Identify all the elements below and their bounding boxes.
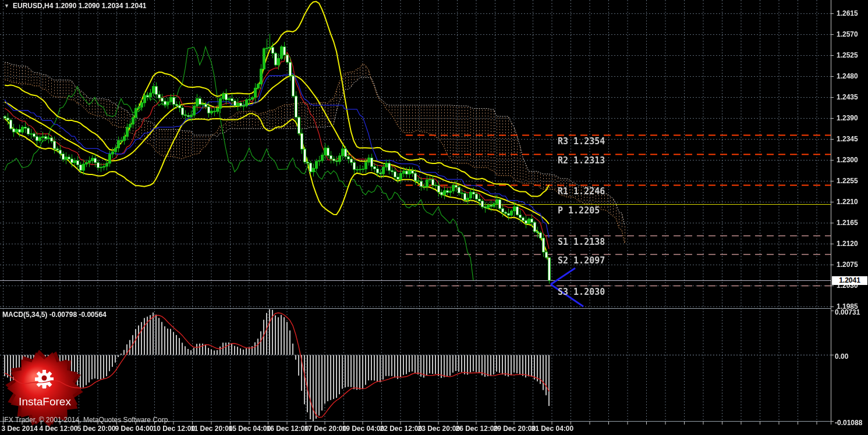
price-tick-label: 1.2390 [837,115,858,122]
pivot-label-p: P 1.2205 [558,205,600,216]
pivot-label-s1: S1 1.2138 [558,237,605,247]
price-tick-label: 1.2075 [837,261,858,269]
chart-canvas[interactable] [0,0,868,435]
price-tick-label: 1.2615 [837,10,858,17]
time-tick-label: 23 Dec 20:00 [418,425,460,433]
time-tick-label: 9 Dec 04:00 [115,425,154,433]
pivot-label-s3: S3 1.2030 [558,287,605,297]
price-tick-label: 1.2435 [837,94,858,101]
price-tick-label: 1.2300 [837,156,858,164]
price-tick-label: 1.2120 [837,240,858,248]
pivot-label-r1: R1 1.2246 [558,186,605,197]
time-tick-label: 29 Dec 20:00 [494,425,536,433]
price-tick-label: 1.2255 [837,177,858,185]
time-tick-label: 19 Dec 04:00 [342,425,385,433]
price-tick-label: 1.2570 [837,31,858,38]
macd-tick-label: -0.01088 [835,419,862,427]
time-tick-label: 31 Dec 04:00 [532,425,574,433]
macd-tick-label: 0.00731 [835,309,860,316]
macd-tick-label: 0.00 [835,353,848,361]
current-price-marker: 1.2041 [832,276,867,285]
trading-chart-window: ▼ EURUSD,H4 1.2090 1.2090 1.2034 1.2041 … [0,0,868,435]
chart-symbol-title: EURUSD,H4 1.2090 1.2090 1.2034 1.2041 [13,2,147,10]
macd-indicator-label: MACD(5,34,5) -0.00798 -0.00564 [2,311,107,319]
pivot-label-r2: R2 1.2313 [558,155,605,166]
time-tick-label: 16 Dec 12:00 [267,425,309,433]
price-tick-label: 1.2525 [837,52,858,59]
time-tick-label: 5 Dec 20:00 [77,425,116,433]
time-tick-label: 15 Dec 04:00 [229,425,271,433]
copyright-text: IFX Trader, © 2001-2014, MetaQuotes Soft… [2,416,170,424]
pivot-label-r3: R3 1.2354 [558,136,605,147]
price-tick-label: 1.2165 [837,219,858,227]
pivot-label-s2: S2 1.2097 [558,255,605,266]
time-tick-label: 11 Dec 20:00 [191,425,233,433]
price-tick-label: 1.2480 [837,73,858,80]
price-tick-label: 1.2210 [837,198,858,206]
time-tick-label: 3 Dec 2014 [2,425,38,433]
time-tick-label: 26 Dec 12:00 [456,425,498,433]
time-tick-label: 17 Dec 20:00 [304,425,347,433]
price-tick-label: 1.2345 [837,136,858,143]
time-tick-label: 22 Dec 12:00 [380,425,423,433]
chart-dropdown-icon[interactable]: ▼ [4,2,9,10]
time-tick-label: 10 Dec 12:00 [153,425,196,433]
time-tick-label: 4 Dec 12:00 [40,425,78,433]
